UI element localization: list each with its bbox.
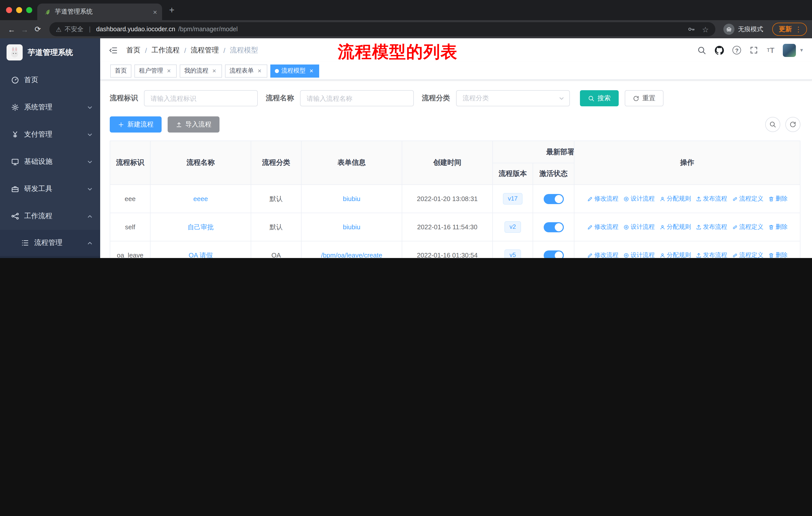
breadcrumb-item[interactable]: 首页 bbox=[126, 46, 141, 55]
process-key: oa_leave bbox=[117, 251, 143, 258]
browser-menu-icon[interactable]: ⋮ bbox=[795, 25, 802, 33]
sidebar-item-devtools[interactable]: 研发工具 bbox=[0, 175, 100, 202]
process-name-link[interactable]: OA 请假 bbox=[188, 251, 212, 258]
bookmark-star-icon[interactable]: ☆ bbox=[702, 25, 709, 33]
breadcrumb-item[interactable]: 流程管理 bbox=[191, 46, 219, 55]
close-window-button[interactable] bbox=[6, 7, 12, 13]
table-row: eee eeee 默认 biubiu 2022-01-20 13:08:31 v… bbox=[110, 185, 800, 213]
app-logo[interactable]: 芋道管理系统 bbox=[0, 38, 100, 66]
sidebar-item-process-form[interactable]: 流程表单 bbox=[0, 256, 100, 258]
tag-tenant[interactable]: 租户管理 × bbox=[135, 64, 177, 77]
process-name-input[interactable] bbox=[300, 90, 414, 106]
chevron-up-icon bbox=[87, 240, 93, 246]
process-name-link[interactable]: eeee bbox=[193, 195, 208, 202]
created-time: 2022-01-16 11:54:30 bbox=[417, 223, 477, 231]
list-icon bbox=[21, 239, 29, 247]
sidebar-item-system[interactable]: 系统管理 bbox=[0, 94, 100, 121]
fullscreen-icon[interactable] bbox=[750, 46, 758, 54]
tag-close-icon[interactable]: × bbox=[308, 67, 315, 74]
process-category: 默认 bbox=[269, 223, 283, 230]
created-time: 2022-01-16 01:30:54 bbox=[417, 251, 477, 258]
tag-process-model[interactable]: 流程模型 × bbox=[270, 64, 319, 77]
action-design-process[interactable]: 设计流程 bbox=[623, 251, 655, 258]
avatar-caret-icon[interactable]: ▾ bbox=[800, 47, 803, 53]
tag-my-process[interactable]: 我的流程 × bbox=[180, 64, 222, 77]
action-edit-process[interactable]: 修改流程 bbox=[587, 194, 618, 203]
action-assign-rule[interactable]: 分配规则 bbox=[659, 251, 691, 258]
sidebar-item-home[interactable]: 首页 bbox=[0, 66, 100, 94]
action-edit-process[interactable]: 修改流程 bbox=[587, 223, 618, 231]
user-avatar[interactable] bbox=[783, 44, 796, 57]
action-design-process[interactable]: 设计流程 bbox=[623, 223, 655, 231]
tag-close-icon[interactable]: × bbox=[256, 67, 263, 74]
sidebar-item-process-management[interactable]: 流程管理 bbox=[0, 230, 100, 256]
search-button[interactable]: 搜索 bbox=[580, 90, 619, 106]
process-name-link[interactable]: 自己审批 bbox=[187, 223, 214, 230]
forward-icon[interactable]: → bbox=[18, 25, 31, 33]
font-size-icon[interactable]: TT bbox=[767, 46, 775, 54]
breadcrumb-item[interactable]: 工作流程 bbox=[151, 46, 180, 55]
active-toggle[interactable] bbox=[544, 222, 563, 232]
address-bar[interactable]: ⚠ 不安全 | dashboard.yudao.iocoder.cn/bpm/m… bbox=[49, 22, 715, 36]
action-delete[interactable]: 删除 bbox=[768, 194, 788, 203]
new-tab-button[interactable]: + bbox=[169, 5, 174, 15]
col-header-name: 流程名称 bbox=[150, 141, 251, 185]
tag-close-icon[interactable]: × bbox=[166, 67, 172, 74]
action-design-process[interactable]: 设计流程 bbox=[623, 194, 655, 203]
category-select[interactable]: 流程分类 bbox=[456, 90, 570, 106]
action-process-definition[interactable]: 流程定义 bbox=[732, 223, 763, 231]
tag-process-form[interactable]: 流程表单 × bbox=[225, 64, 267, 77]
tab-title: 芋道管理系统 bbox=[55, 7, 149, 16]
action-delete[interactable]: 删除 bbox=[768, 223, 788, 231]
action-assign-rule[interactable]: 分配规则 bbox=[659, 194, 691, 203]
browser-toolbar: ← → ⟳ ⚠ 不安全 | dashboard.yudao.iocoder.cn… bbox=[0, 20, 812, 38]
sidebar-item-payment[interactable]: 支付管理 bbox=[0, 121, 100, 148]
action-process-definition[interactable]: 流程定义 bbox=[732, 251, 763, 258]
yen-icon bbox=[11, 131, 19, 139]
tag-close-icon[interactable]: × bbox=[211, 67, 218, 74]
filter-form: 流程标识 流程名称 流程分类 流程分类 搜索 重置 bbox=[110, 90, 801, 106]
active-toggle[interactable] bbox=[544, 250, 563, 258]
toggle-search-icon[interactable] bbox=[765, 117, 780, 132]
refresh-icon[interactable] bbox=[785, 117, 801, 132]
reload-icon[interactable]: ⟳ bbox=[31, 25, 44, 34]
process-category: OA bbox=[271, 251, 281, 258]
minimize-window-button[interactable] bbox=[16, 7, 22, 13]
filter-category-label: 流程分类 bbox=[422, 94, 450, 103]
action-publish-process[interactable]: 发布流程 bbox=[695, 223, 727, 231]
browser-tab[interactable]: 芋道管理系统 × bbox=[37, 3, 162, 20]
action-delete[interactable]: 删除 bbox=[768, 251, 788, 258]
action-process-definition[interactable]: 流程定义 bbox=[732, 194, 763, 203]
form-info-link[interactable]: /bpm/oa/leave/create bbox=[321, 251, 382, 258]
action-publish-process[interactable]: 发布流程 bbox=[695, 251, 727, 258]
tab-close-icon[interactable]: × bbox=[153, 8, 157, 16]
github-icon[interactable] bbox=[715, 46, 724, 55]
create-process-button[interactable]: 新建流程 bbox=[110, 116, 162, 133]
sidebar-item-workflow[interactable]: 工作流程 bbox=[0, 202, 100, 230]
form-info-link[interactable]: biubiu bbox=[343, 223, 360, 231]
process-key-input[interactable] bbox=[144, 90, 258, 106]
action-assign-rule[interactable]: 分配规则 bbox=[659, 223, 691, 231]
action-edit-process[interactable]: 修改流程 bbox=[587, 251, 618, 258]
sidebar-fold-icon[interactable] bbox=[109, 46, 118, 55]
search-icon[interactable] bbox=[697, 46, 706, 55]
table-body: eee eeee 默认 biubiu 2022-01-20 13:08:31 v… bbox=[110, 185, 800, 258]
col-header-id: 流程标识 bbox=[110, 141, 150, 185]
back-icon[interactable]: ← bbox=[5, 25, 18, 33]
tag-home[interactable]: 首页 bbox=[110, 64, 132, 77]
process-model-table: 流程标识 流程名称 流程分类 表单信息 创建时间 最新部署的流程定义 操作 流程… bbox=[110, 141, 801, 258]
password-key-icon[interactable] bbox=[687, 25, 695, 33]
active-dot bbox=[275, 69, 279, 73]
action-publish-process[interactable]: 发布流程 bbox=[695, 194, 727, 203]
reset-button[interactable]: 重置 bbox=[625, 90, 664, 106]
update-browser-button[interactable]: 更新 ⋮ bbox=[772, 23, 807, 36]
security-label[interactable]: 不安全 bbox=[64, 25, 83, 33]
import-process-button[interactable]: 导入流程 bbox=[168, 116, 220, 133]
toolbox-icon bbox=[11, 185, 19, 193]
zoom-window-button[interactable] bbox=[26, 7, 32, 13]
form-info-link[interactable]: biubiu bbox=[343, 195, 360, 202]
help-icon[interactable]: ? bbox=[732, 46, 741, 54]
active-toggle[interactable] bbox=[544, 194, 563, 204]
url-divider: | bbox=[89, 26, 91, 33]
sidebar-item-infrastructure[interactable]: 基础设施 bbox=[0, 148, 100, 175]
